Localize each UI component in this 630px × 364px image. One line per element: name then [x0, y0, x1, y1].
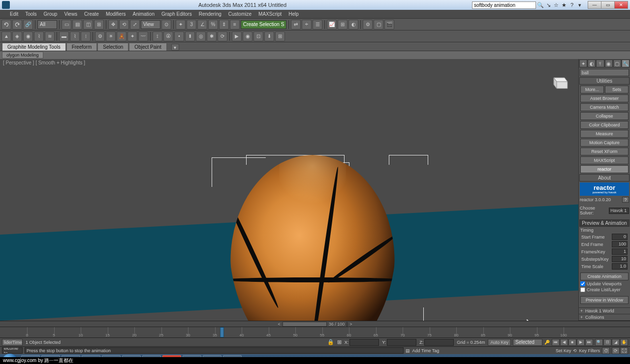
- time-scale-input[interactable]: 1.0: [612, 263, 628, 270]
- align-button[interactable]: ⫩: [302, 20, 312, 30]
- maximize-button[interactable]: ▭: [601, 1, 615, 9]
- curve-editor-button[interactable]: 📈: [327, 20, 337, 30]
- tab-display-icon[interactable]: ▢: [613, 60, 621, 67]
- reactor-export-icon[interactable]: ⬇: [264, 31, 274, 41]
- util-collapse[interactable]: Collapse: [580, 112, 629, 120]
- util-asset-browser[interactable]: Asset Browser: [580, 94, 629, 102]
- z-coord-input[interactable]: [424, 339, 454, 346]
- ribbon-toggle-icon[interactable]: ▾: [171, 44, 179, 51]
- frames-key-input[interactable]: 1: [612, 248, 628, 255]
- window-crossing-button[interactable]: ⊞: [94, 20, 104, 30]
- tab-create-icon[interactable]: ✦: [579, 60, 587, 67]
- create-list-check[interactable]: Create List/Layer: [580, 287, 629, 292]
- util-measure[interactable]: Measure: [580, 130, 629, 138]
- layers-button[interactable]: ☰: [313, 20, 322, 30]
- reactor-plane-icon[interactable]: ▬: [59, 31, 69, 41]
- menu-graph-editors[interactable]: Graph Editors: [161, 11, 192, 17]
- maximize-viewport-button[interactable]: ⛶: [620, 347, 628, 354]
- tab-modify-icon[interactable]: ◐: [588, 60, 596, 67]
- timeline[interactable]: 0510152025303540455055606570758085909510…: [0, 327, 630, 337]
- reactor-toy-icon[interactable]: 🧸: [117, 31, 126, 41]
- auto-key-button[interactable]: Auto Key: [488, 339, 511, 346]
- more-button[interactable]: More...: [580, 86, 604, 93]
- percent-snap-button[interactable]: %: [208, 20, 218, 30]
- render-setup-button[interactable]: ⚙: [363, 20, 373, 30]
- arc-rotate-button[interactable]: ⟳: [612, 347, 620, 354]
- tab-utilities-icon[interactable]: 🔧: [622, 60, 630, 67]
- menu-help[interactable]: Help: [288, 11, 299, 17]
- tab-selection[interactable]: Selection: [97, 43, 128, 51]
- util-motion-capture[interactable]: Motion Capture: [580, 139, 629, 147]
- zoom-button[interactable]: 🔍: [595, 339, 603, 346]
- snap-button[interactable]: 3: [187, 20, 196, 30]
- reactor-cloth-icon[interactable]: ◈: [12, 31, 22, 41]
- reactor-wind-icon[interactable]: ☀: [106, 31, 116, 41]
- timeline-scrollbar[interactable]: <36 / 100>: [0, 321, 630, 327]
- render-frame-button[interactable]: ▢: [374, 20, 383, 30]
- help-search-input[interactable]: [472, 1, 536, 9]
- reactor-constraint-icon[interactable]: ⟟: [153, 31, 162, 41]
- menu-group[interactable]: Group: [44, 11, 58, 17]
- move-button[interactable]: ✥: [108, 20, 118, 30]
- material-editor-button[interactable]: ◐: [348, 20, 358, 30]
- key-filters-label[interactable]: Key Filters: [579, 348, 600, 353]
- undo-button[interactable]: [1, 20, 11, 30]
- end-frame-input[interactable]: 100: [612, 241, 628, 247]
- zoom-all-button[interactable]: ⊡: [603, 339, 611, 346]
- reactor-fracture-icon[interactable]: ✦: [127, 31, 137, 41]
- menu-maxscript[interactable]: MAXScript: [258, 11, 282, 17]
- sets-button[interactable]: Sets: [605, 86, 629, 93]
- key-filters-icon[interactable]: ⟲: [573, 348, 577, 353]
- select-object-button[interactable]: ▭: [62, 20, 71, 30]
- tab-motion-icon[interactable]: ◉: [605, 60, 613, 67]
- reactor-rigidbody-icon[interactable]: ▲: [1, 31, 11, 41]
- key-icon[interactable]: 🔑: [544, 340, 550, 345]
- reactor-dashpot-icon[interactable]: ⫶: [81, 31, 91, 41]
- reactor-util-icon[interactable]: ⊞: [275, 31, 285, 41]
- util-camera-match[interactable]: Camera Match: [580, 103, 629, 111]
- tab-graphite[interactable]: Graphite Modeling Tools: [2, 43, 66, 51]
- object-name-field[interactable]: ball: [580, 69, 629, 76]
- viewcube-icon[interactable]: [549, 74, 569, 91]
- absolute-icon[interactable]: ⊞: [337, 339, 342, 345]
- havok-world-row[interactable]: +Havok 1 World: [579, 308, 630, 314]
- tab-object-paint[interactable]: Object Paint: [129, 43, 166, 51]
- named-selection-input[interactable]: Create Selection S: [241, 20, 286, 29]
- reactor-rope-icon[interactable]: ⌇: [34, 31, 44, 41]
- menu-modifiers[interactable]: Modifiers: [106, 11, 126, 17]
- viewport[interactable]: [ Perspective ] [ Smooth + Highlights ]: [0, 59, 578, 321]
- layer-selector[interactable]: All: [37, 20, 57, 29]
- select-name-button[interactable]: ▤: [72, 20, 82, 30]
- util-reactor[interactable]: reactor: [580, 165, 629, 173]
- spinner-snap-button[interactable]: ⇕: [219, 20, 229, 30]
- key-mode-select[interactable]: Selected: [513, 339, 542, 346]
- start-frame-input[interactable]: 0: [612, 234, 628, 240]
- menu-edit[interactable]: Edit: [10, 11, 18, 17]
- star-icon[interactable]: ☆: [553, 1, 560, 8]
- reactor-softbody-icon[interactable]: ◉: [23, 31, 33, 41]
- reactor-prismatic-icon[interactable]: ⬍: [185, 31, 195, 41]
- redo-button[interactable]: [12, 20, 22, 30]
- utilities-rollout[interactable]: Utilities: [579, 77, 630, 85]
- util-maxscript[interactable]: MAXScript: [580, 156, 629, 164]
- dropdown-icon[interactable]: ▾: [576, 1, 583, 8]
- menu-create[interactable]: Create: [84, 11, 99, 17]
- lock-icon[interactable]: 🔒: [327, 339, 334, 345]
- mirror-button[interactable]: ⇄: [291, 20, 301, 30]
- prev-frame-button[interactable]: ◀: [560, 339, 568, 346]
- minimize-button[interactable]: —: [588, 1, 601, 9]
- playhead[interactable]: [220, 327, 224, 337]
- solver-select[interactable]: Havok 1: [609, 208, 629, 214]
- script-icon[interactable]: ▤: [406, 348, 410, 353]
- reactor-help-button[interactable]: ?: [622, 197, 629, 203]
- refcoord-selector[interactable]: View: [141, 20, 160, 29]
- tab-freeform[interactable]: Freeform: [66, 43, 97, 51]
- menu-animation[interactable]: Animation: [132, 11, 154, 17]
- pan-button[interactable]: ✋: [620, 339, 628, 346]
- reactor-point-icon[interactable]: •: [174, 31, 184, 41]
- preview-window-button[interactable]: Preview in Window: [580, 296, 629, 304]
- scale-button[interactable]: ⤢: [130, 20, 140, 30]
- angle-snap-button[interactable]: ∠: [197, 20, 207, 30]
- reactor-water-icon[interactable]: 〰: [138, 31, 148, 41]
- next-frame-button[interactable]: ▶: [577, 339, 585, 346]
